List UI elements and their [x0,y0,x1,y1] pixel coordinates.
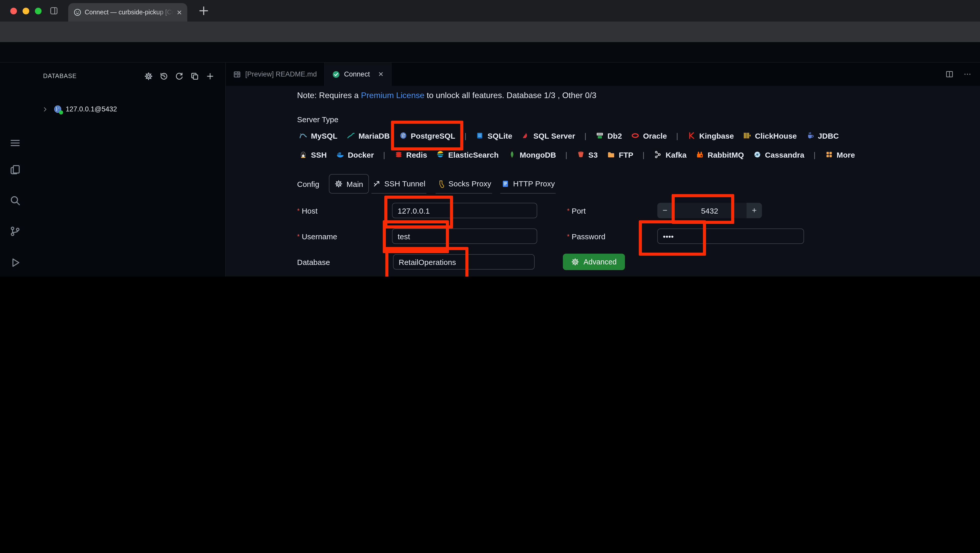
server-type-kingbase[interactable]: Kingbase [687,131,734,140]
tab-close-icon[interactable]: ✕ [177,8,182,16]
split-editor-icon[interactable] [945,70,954,78]
markdown-preview-icon [233,70,241,78]
connect-form: Note: Requires a Premium License to unlo… [226,86,980,276]
server-type-sqlite[interactable]: SQLite [476,131,512,140]
activity-item-menu[interactable] [0,131,30,154]
server-type-s3[interactable]: S3 [576,150,598,159]
elastic-icon [436,150,445,159]
advanced-button[interactable]: Advanced [563,253,625,270]
s3-icon [576,150,585,159]
activity-item-explorer[interactable] [0,158,30,181]
gear-icon [334,180,343,188]
server-type-mariadb[interactable]: MariaDB [347,131,390,140]
kingbase-icon [687,131,696,140]
source-control-icon [9,225,21,237]
jdbc-icon [806,131,814,140]
separator: | [565,150,567,159]
password-input[interactable] [657,228,804,244]
database-sidebar: DATABASE 127.0.0.1@5432 [30,63,226,276]
server-type-more[interactable]: More [825,150,855,159]
username-input[interactable] [392,228,537,244]
browser-tab[interactable]: Connect — curbside-pickup [Co ✕ [68,3,187,22]
database-input[interactable] [393,254,535,269]
server-type-ftp[interactable]: FTP [607,150,633,159]
tab-readme-preview[interactable]: [Preview] README.md [226,63,325,86]
refresh-icon[interactable] [175,72,184,80]
separator: | [643,150,645,159]
port-increment-button[interactable]: + [746,203,762,218]
server-type-elasticsearch[interactable]: ElasticSearch [436,150,499,159]
server-type-docker[interactable]: Docker [336,150,374,159]
port-label: Port [567,206,586,215]
oracle-icon [631,131,639,140]
history-icon[interactable] [159,72,168,80]
mysql-icon [299,131,307,140]
host-input[interactable] [392,203,537,218]
sqlite-icon [476,131,484,140]
mariadb-icon [347,131,355,140]
config-tab-socks-proxy[interactable]: Socks Proxy [436,174,492,194]
config-tabs: MainSSH TunnelSocks ProxyHTTP Proxy [226,173,980,194]
new-tab-button[interactable] [197,5,210,17]
server-type-mongodb[interactable]: MongoDB [508,150,556,159]
sidebar-title: DATABASE [43,72,77,80]
server-type-oracle[interactable]: Oracle [631,131,667,140]
ssh-icon [299,150,307,159]
activity-item-source-control[interactable] [0,220,30,242]
more-icon [825,150,833,159]
gear-icon[interactable] [144,72,153,80]
http-doc-icon [501,180,509,188]
port-stepper: − 5432 + [657,203,762,218]
server-type-sql-server[interactable]: SQL Server [522,131,575,140]
separator: | [676,131,678,140]
connection-tree-item[interactable]: 127.0.0.1@5432 [30,103,226,116]
separator: | [383,150,385,159]
mongodb-icon [508,150,516,159]
browser-tabstrip: Connect — curbside-pickup [Co ✕ [0,0,980,22]
maximize-window-button[interactable] [35,8,41,14]
activity-item-search[interactable] [0,189,30,212]
server-type-row-1: MySQLMariaDBPostgreSQL|SQLiteSQL Server|… [299,128,839,143]
plus-icon[interactable] [206,72,215,80]
license-note: Note: Requires a Premium License to unlo… [297,91,597,100]
server-type-kafka[interactable]: Kafka [654,150,687,159]
tab-connect[interactable]: Connect ✕ [325,63,391,86]
connection-label: 127.0.0.1@5432 [66,105,117,113]
config-tab-main[interactable]: Main [329,174,369,194]
close-window-button[interactable] [10,8,17,14]
server-type-row-2: SSHDocker|RedisElasticSearchMongoDB|S3FT… [299,147,855,162]
config-tab-ssh-tunnel[interactable]: SSH Tunnel [371,174,426,194]
server-type-mysql[interactable]: MySQL [299,131,337,140]
tunnel-icon [372,180,381,188]
menu-icon [9,137,21,149]
minimize-window-button[interactable] [22,8,29,14]
socks-icon [437,180,445,188]
server-type-rabbitmq[interactable]: RabbitMQ [696,150,744,159]
activity-item-run-debug[interactable] [0,251,30,274]
tab-overview-icon[interactable] [49,6,59,15]
copy-icon[interactable] [190,72,199,80]
db2-icon [596,131,604,140]
port-input[interactable]: 5432 [673,203,746,218]
separator: | [465,131,466,140]
server-type-jdbc[interactable]: JDBC [806,131,839,140]
browser-tab-title: Connect — curbside-pickup [Co [85,9,173,16]
search-icon [9,194,21,206]
server-type-ssh[interactable]: SSH [299,150,327,159]
chevron-right-icon[interactable] [41,105,49,113]
editor-region: [Preview] README.md Connect ✕ Note: Requ… [226,63,980,276]
server-type-postgresql[interactable]: PostgreSQL [399,131,455,140]
more-actions-icon[interactable] [963,70,972,78]
host-label: Host [297,206,318,215]
server-type-clickhouse[interactable]: ClickHouse [743,131,797,140]
run-debug-icon [9,257,21,268]
port-decrement-button[interactable]: − [657,203,673,218]
server-type-redis[interactable]: Redis [394,150,427,159]
tab-close-icon[interactable]: ✕ [378,70,384,78]
browser-window: Connect — curbside-pickup [Co ✕ https://… [0,0,980,276]
premium-license-link[interactable]: Premium License [361,91,424,100]
server-type-db2[interactable]: Db2 [596,131,622,140]
config-tab-http-proxy[interactable]: HTTP Proxy [500,174,556,194]
server-type-cassandra[interactable]: Cassandra [753,150,804,159]
server-type-label: Server Type [297,115,338,124]
